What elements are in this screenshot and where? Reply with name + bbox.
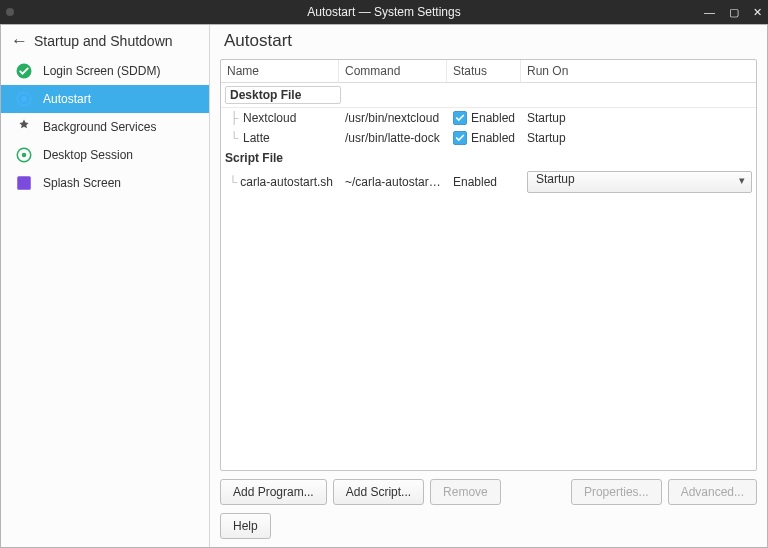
- sidebar-item-label: Desktop Session: [43, 148, 133, 162]
- svg-point-2: [21, 96, 27, 102]
- window-titlebar: Autostart — System Settings — ▢ ✕: [0, 0, 768, 24]
- sidebar-header-title: Startup and Shutdown: [34, 33, 173, 49]
- enabled-checkbox[interactable]: [453, 131, 467, 145]
- row-run-on: Startup: [521, 131, 756, 145]
- svg-point-4: [22, 153, 27, 158]
- sidebar-item-label: Background Services: [43, 120, 156, 134]
- properties-button[interactable]: Properties...: [571, 479, 662, 505]
- tree-branch-icon: └: [227, 131, 241, 145]
- row-name: carla-autostart.sh: [240, 175, 333, 189]
- row-run-on: Startup: [521, 111, 756, 125]
- sidebar-item-autostart[interactable]: Autostart: [1, 85, 209, 113]
- table-row[interactable]: └carla-autostart.sh ~/carla-autostart.sh…: [221, 168, 756, 196]
- enabled-checkbox[interactable]: [453, 111, 467, 125]
- row-name: Latte: [243, 131, 270, 145]
- sidebar: ← Startup and Shutdown Login Screen (SDD…: [1, 25, 210, 547]
- autostart-icon: [15, 90, 33, 108]
- advanced-button[interactable]: Advanced...: [668, 479, 757, 505]
- login-screen-icon: [15, 62, 33, 80]
- section-title: Desktop File: [225, 86, 341, 104]
- table-row[interactable]: ├Nextcloud /usr/bin/nextcloud Enabled St…: [221, 108, 756, 128]
- svg-rect-5: [17, 176, 31, 190]
- row-status: Enabled: [453, 175, 497, 189]
- row-name: Nextcloud: [243, 111, 296, 125]
- sidebar-item-splash-screen[interactable]: Splash Screen: [1, 169, 209, 197]
- page-title: Autostart: [224, 31, 753, 51]
- section-title: Script File: [225, 151, 283, 165]
- row-status: Enabled: [471, 111, 515, 125]
- maximize-icon[interactable]: ▢: [729, 6, 739, 19]
- row-status: Enabled: [471, 131, 515, 145]
- help-button[interactable]: Help: [220, 513, 271, 539]
- tree-branch-icon: ├: [227, 111, 241, 125]
- background-services-icon: [15, 118, 33, 136]
- run-on-value: Startup: [536, 172, 575, 186]
- titlebar-dot: [6, 8, 14, 16]
- row-command: /usr/bin/latte-dock: [339, 131, 447, 145]
- section-desktop-file[interactable]: Desktop File: [221, 83, 756, 108]
- window-title: Autostart — System Settings: [307, 5, 460, 19]
- sidebar-item-label: Login Screen (SDDM): [43, 64, 160, 78]
- add-program-button[interactable]: Add Program...: [220, 479, 327, 505]
- splash-screen-icon: [15, 174, 33, 192]
- desktop-session-icon: [15, 146, 33, 164]
- sidebar-back[interactable]: ← Startup and Shutdown: [1, 25, 209, 57]
- autostart-table: Name Command Status Run On Desktop File …: [220, 59, 757, 471]
- add-script-button[interactable]: Add Script...: [333, 479, 424, 505]
- column-header-status[interactable]: Status: [447, 60, 521, 82]
- back-icon: ←: [11, 31, 28, 51]
- close-icon[interactable]: ✕: [753, 6, 762, 19]
- table-header: Name Command Status Run On: [221, 60, 756, 83]
- sidebar-item-label: Splash Screen: [43, 176, 121, 190]
- row-command: /usr/bin/nextcloud: [339, 111, 447, 125]
- sidebar-item-label: Autostart: [43, 92, 91, 106]
- remove-button[interactable]: Remove: [430, 479, 501, 505]
- sidebar-item-desktop-session[interactable]: Desktop Session: [1, 141, 209, 169]
- row-command: ~/carla-autostart.sh: [339, 175, 447, 189]
- run-on-select[interactable]: Startup: [527, 171, 752, 193]
- column-header-name[interactable]: Name: [221, 60, 339, 82]
- sidebar-item-login-screen[interactable]: Login Screen (SDDM): [1, 57, 209, 85]
- column-header-command[interactable]: Command: [339, 60, 447, 82]
- minimize-icon[interactable]: —: [704, 6, 715, 18]
- column-header-run-on[interactable]: Run On: [521, 60, 756, 82]
- section-script-file[interactable]: Script File: [221, 148, 756, 168]
- table-row[interactable]: └Latte /usr/bin/latte-dock Enabled Start…: [221, 128, 756, 148]
- sidebar-item-background-services[interactable]: Background Services: [1, 113, 209, 141]
- tree-branch-icon: └: [227, 175, 238, 189]
